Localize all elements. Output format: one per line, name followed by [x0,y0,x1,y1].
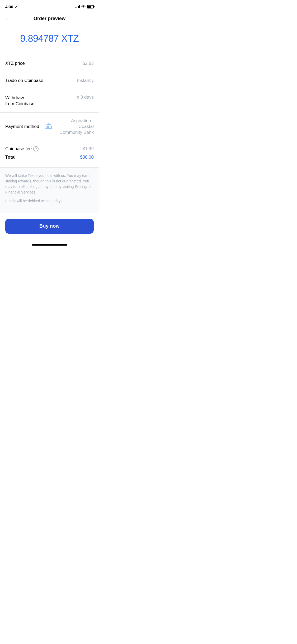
withdraw-label: Withdraw [5,95,35,101]
withdraw-label-2: from Coinbase [5,101,35,107]
battery-icon [87,5,94,8]
svg-rect-3 [50,126,50,128]
nav-header: ← Order preview [0,12,99,25]
signal-icon [76,5,80,8]
fee-label: Coinbase fee ? [5,146,39,151]
xtz-price-value: $2.83 [82,61,94,66]
funds-disclaimer: Funds will be debited within 3 days. [5,198,94,204]
total-value: $30.00 [80,155,94,160]
svg-rect-1 [47,126,48,128]
disclaimer-section: We will stake Tezos you hold with us. Yo… [0,168,99,213]
xtz-price-row: XTZ price $2.83 [0,55,99,72]
withdraw-row: Withdraw from Coinbase In 3 days [0,89,99,113]
trade-row: Trade on Coinbase Instantly [0,72,99,89]
page-title: Order preview [34,16,65,21]
bank-name-text: Aspiration - Coastal Community Bank [55,118,94,135]
fee-value: $1.99 [82,146,94,151]
svg-rect-6 [45,128,52,129]
staking-disclaimer: We will stake Tezos you hold with us. Yo… [5,173,94,195]
bottom-section: Buy now [0,213,99,242]
fee-row: Coinbase fee ? $1.99 [5,146,94,151]
trade-label: Trade on Coinbase [5,77,43,84]
payment-method-label: Payment method [5,123,39,130]
withdraw-label-group: Withdraw from Coinbase [5,95,35,107]
total-label: Total [5,155,16,160]
svg-rect-2 [48,126,49,128]
buy-now-button[interactable]: Buy now [5,219,94,234]
payment-method-row: Payment method Aspiration - Coastal Comm… [0,113,99,141]
payment-method-value: Aspiration - Coastal Community Bank [45,118,94,135]
home-bar [32,244,67,246]
svg-marker-5 [45,123,52,125]
xtz-price-label: XTZ price [5,60,25,67]
status-icons [76,5,94,8]
location-icon: ↗ [15,5,17,9]
back-button[interactable]: ← [5,15,11,22]
time-display: 4:30 [5,4,13,9]
amount-section: 9.894787 XTZ [0,25,99,55]
trade-value: Instantly [77,78,94,83]
status-time: 4:30 ↗ [5,4,17,9]
status-bar: 4:30 ↗ [0,0,99,12]
bank-icon-wrapper [45,123,53,130]
withdraw-value: In 3 days [76,95,94,100]
home-indicator [0,242,99,248]
amount-display: 9.894787 XTZ [20,33,79,44]
wifi-icon [81,5,86,8]
svg-rect-4 [51,126,52,128]
fee-label-text: Coinbase fee [5,146,32,151]
bank-icon [45,123,53,129]
fee-section: Coinbase fee ? $1.99 Total $30.00 [0,141,99,168]
svg-rect-0 [46,126,46,128]
total-row: Total $30.00 [5,155,94,165]
help-icon[interactable]: ? [33,146,39,151]
